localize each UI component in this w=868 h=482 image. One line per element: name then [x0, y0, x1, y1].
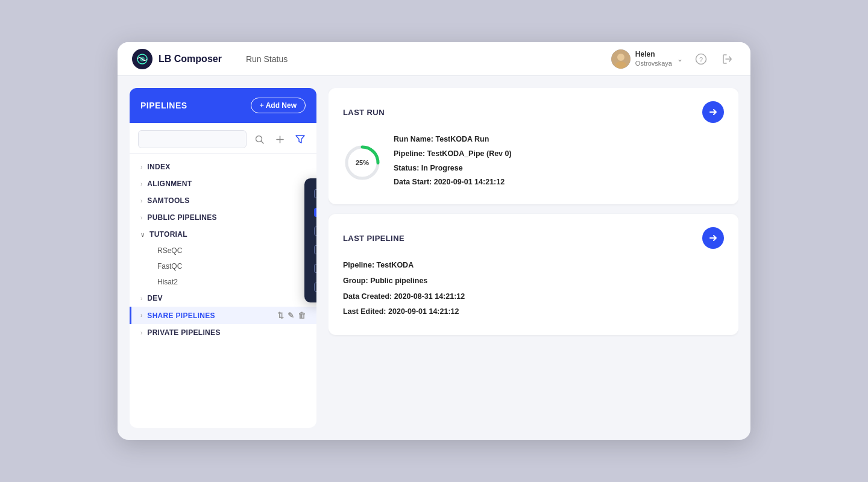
lp-group-row: Group: Public pipelines [343, 275, 724, 287]
progress-circle: 25% [343, 143, 382, 182]
data-start-row: Data Start: 2020-09-01 14:21:12 [394, 177, 724, 188]
sidebar-header: PIPELINES + Add New [130, 88, 316, 123]
sidebar-item-dev-label: DEV [147, 294, 163, 302]
checkbox-public[interactable] [314, 245, 316, 254]
last-pipeline-arrow-button[interactable] [702, 227, 724, 249]
lp-data-created-row: Data Created: 2020-08-31 14:21:12 [343, 291, 724, 302]
pipeline-label: Pipeline: [394, 149, 425, 158]
last-run-header: LAST RUN [343, 101, 724, 123]
checkbox-admin[interactable] [314, 189, 316, 198]
sidebar-item-tutorial[interactable]: ∨ TUTORIAL [130, 226, 316, 243]
checkbox-share[interactable] [314, 283, 316, 292]
delete-action-icon[interactable]: 🗑 [298, 311, 306, 320]
lp-last-edited-value: 2020-09-01 14:21:12 [388, 307, 459, 316]
status-label: Status: [394, 164, 419, 172]
sidebar-item-share-pipelines-label: SHARE PIPELINES [147, 311, 215, 320]
add-new-button[interactable]: + Add New [251, 98, 306, 113]
sidebar-item-samtools-label: SAMTOOLS [147, 196, 189, 205]
sidebar-item-tutorial-label: TUTORIAL [149, 230, 187, 239]
sidebar-item-rseqc[interactable]: RSeQC [130, 243, 316, 258]
sidebar-item-index[interactable]: › INDEX [130, 158, 316, 175]
data-start-value: 2020-09-01 14:21:12 [434, 178, 505, 186]
chevron-public-icon: › [140, 214, 142, 221]
run-name-label: Run Name: [394, 135, 433, 143]
sidebar-item-hisat2[interactable]: Hisat2 [130, 274, 316, 290]
last-run-body: 25% Run Name: TestKODA Run Pipeline: Tes… [343, 134, 724, 191]
checkbox-test-group[interactable] [314, 264, 316, 273]
filter-option-waiting-approval[interactable]: Waiting approval [304, 203, 316, 222]
sidebar-item-alignment-label: ALIGNMENT [147, 180, 192, 188]
logo-icon [132, 49, 153, 69]
sort-action-icon[interactable]: ⇅ [277, 311, 284, 320]
chevron-dev-icon: › [140, 295, 142, 302]
last-run-card: LAST RUN 25% [329, 88, 738, 204]
sidebar-title: PIPELINES [140, 101, 187, 110]
user-info[interactable]: Helen Ostrovskaya ⌄ [611, 49, 683, 69]
sidebar-item-samtools[interactable]: › SAMTOOLS [130, 192, 316, 209]
lp-last-edited-row: Last Edited: 2020-09-01 14:21:12 [343, 306, 724, 318]
search-input[interactable] [138, 130, 247, 148]
main-body: PIPELINES + Add New [118, 76, 750, 440]
content-area: LAST RUN 25% [329, 88, 738, 428]
search-row [130, 123, 316, 154]
run-name-value: TestKODA Run [435, 135, 489, 143]
last-run-title: LAST RUN [343, 108, 385, 117]
filter-dropdown: Admin Waiting approval Private Public [304, 178, 316, 302]
edit-action-icon[interactable]: ✎ [288, 311, 294, 320]
filter-option-admin[interactable]: Admin [304, 184, 316, 203]
checkbox-private[interactable] [314, 227, 316, 236]
lp-group-value: Public pipelines [370, 277, 427, 285]
data-start-label: Data Start: [394, 178, 432, 186]
lp-data-created-value: 2020-08-31 14:21:12 [394, 292, 465, 301]
checkbox-waiting-approval[interactable] [314, 208, 316, 217]
lp-pipeline-label: Pipeline: [343, 261, 374, 269]
sidebar-item-fastqc[interactable]: FastQC [130, 258, 316, 274]
filter-icon[interactable] [292, 131, 308, 147]
status-row: Status: In Progrese [394, 163, 724, 174]
svg-text:?: ? [699, 55, 703, 63]
filter-option-test-group[interactable]: Test group [304, 259, 316, 278]
logo: LB Composer [132, 49, 222, 69]
chevron-samtools-icon: › [140, 198, 142, 204]
sidebar-item-public-pipelines-label: PUBLIC PIPELINES [147, 213, 216, 222]
last-pipeline-header: LAST PIPELINE [343, 227, 724, 249]
run-details: Run Name: TestKODA Run Pipeline: TestKOD… [394, 134, 724, 191]
last-pipeline-body: Pipeline: TestKODA Group: Public pipelin… [343, 260, 724, 318]
search-icon[interactable] [251, 131, 267, 147]
sidebar-item-alignment[interactable]: › ALIGNMENT [130, 175, 316, 192]
header-right: Helen Ostrovskaya ⌄ ? [611, 49, 736, 69]
lp-pipeline-row: Pipeline: TestKODA [343, 260, 724, 271]
sidebar: PIPELINES + Add New [130, 88, 316, 428]
sidebar-item-public-pipelines[interactable]: › PUBLIC PIPELINES [130, 209, 316, 226]
filter-option-private[interactable]: Private [304, 222, 316, 240]
chevron-share-icon: › [140, 312, 142, 319]
status-value: In Progrese [421, 164, 463, 172]
avatar [611, 49, 631, 69]
lp-data-created-label: Data Created: [343, 292, 392, 301]
user-first-name: Helen [635, 50, 672, 60]
pipeline-value: TestKODA_Pipe (Rev 0) [427, 149, 512, 158]
progress-label: 25% [356, 159, 369, 166]
run-name-row: Run Name: TestKODA Run [394, 134, 724, 145]
svg-point-3 [617, 54, 624, 61]
sidebar-item-private-pipelines[interactable]: › PRIVATE PIPELINES [130, 324, 316, 341]
help-icon[interactable]: ? [693, 51, 709, 67]
last-run-arrow-button[interactable] [702, 101, 724, 123]
sidebar-item-dev[interactable]: › DEV [130, 290, 316, 307]
sidebar-item-share-pipelines[interactable]: › SHARE PIPELINES ⇅ ✎ 🗑 [130, 307, 316, 324]
lp-last-edited-label: Last Edited: [343, 307, 386, 316]
filter-option-share[interactable]: Share [304, 278, 316, 296]
lp-pipeline-value: TestKODA [377, 261, 414, 269]
add-icon[interactable] [272, 131, 288, 147]
svg-marker-12 [296, 136, 304, 143]
sidebar-tree: › INDEX › ALIGNMENT › SAMTOOLS › PUBLIC … [130, 154, 316, 428]
filter-option-public[interactable]: Public [304, 240, 316, 259]
logout-icon[interactable] [719, 51, 736, 67]
svg-line-9 [261, 141, 263, 143]
chevron-index-icon: › [140, 164, 142, 171]
user-name-block: Helen Ostrovskaya [635, 50, 672, 68]
tree-actions-share: ⇅ ✎ 🗑 [277, 311, 306, 320]
user-chevron-icon[interactable]: ⌄ [677, 55, 683, 63]
app-name: LB Composer [159, 54, 222, 64]
svg-point-4 [615, 61, 626, 69]
